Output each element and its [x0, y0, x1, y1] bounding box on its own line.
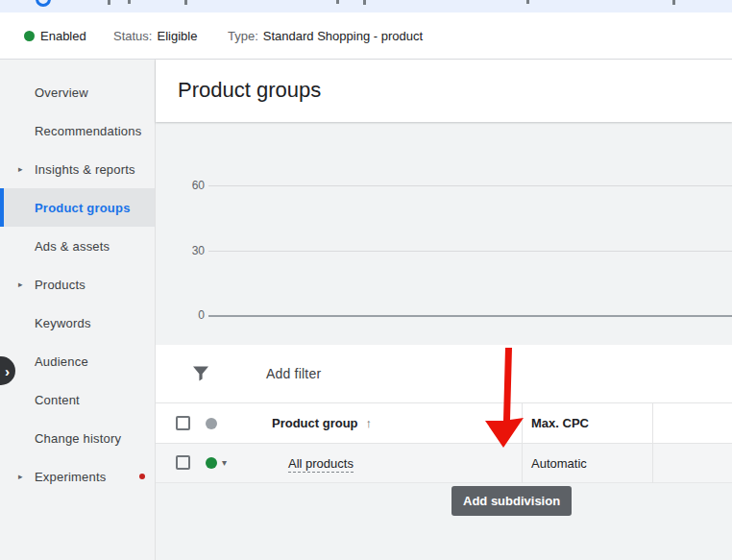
sidebar-item-audience[interactable]: Audience — [0, 342, 155, 380]
status-value: Eligible — [157, 29, 197, 43]
status-dropdown-caret-icon[interactable]: ▾ — [222, 457, 227, 468]
sidebar-item-recommendations[interactable]: Recommendations — [0, 111, 155, 150]
sidebar-item-overview[interactable]: Overview — [0, 73, 155, 111]
y-axis-tick: 60 — [168, 179, 205, 192]
product-group-name: All products — [288, 456, 354, 471]
cropped-text-fragment — [363, 0, 366, 5]
cropped-text-fragment — [108, 0, 110, 5]
cropped-text-fragment — [336, 0, 339, 4]
add-subdivision-tooltip: Add subdivision — [451, 486, 572, 516]
table-header-row: Product group↑ Max. CPC — [156, 403, 732, 444]
gridline-30 — [208, 251, 732, 252]
table-row-all-products: ▾ All products + Automatic — [156, 444, 732, 483]
sidebar-item-keywords[interactable]: Keywords — [0, 304, 155, 342]
column-header-label: Product group — [272, 416, 358, 430]
expand-caret-icon: ▸ — [18, 280, 23, 289]
gridline-60 — [208, 185, 732, 186]
main-content: Product groups 60 30 0 Add filter Produc… — [156, 60, 732, 560]
sidebar-item-label: Change history — [35, 431, 121, 446]
sidebar-item-label: Overview — [35, 85, 88, 100]
expand-caret-icon: ▸ — [18, 472, 23, 481]
column-divider — [522, 403, 523, 483]
cropped-text-fragment — [672, 0, 675, 5]
type-label: Type: — [228, 29, 258, 43]
filter-bar: Add filter — [156, 345, 732, 403]
max-cpc-value: Automatic — [531, 456, 587, 471]
sidebar-item-content[interactable]: Content — [0, 380, 155, 419]
sidebar-item-insights-reports[interactable]: ▸Insights & reports — [0, 150, 155, 188]
page-title: Product groups — [178, 78, 321, 103]
gridline-0-baseline — [208, 315, 732, 317]
cropped-campaign-bar — [0, 0, 732, 12]
sidebar-item-label: Content — [35, 393, 80, 407]
sidebar-item-products[interactable]: ▸Products — [0, 265, 155, 304]
status-dot-column-icon — [206, 418, 217, 429]
all-products-link[interactable]: All products — [288, 456, 354, 473]
google-ads-product-groups-page: Enabled Status:Eligible Type:Standard Sh… — [0, 0, 732, 560]
sidebar-item-label: Products — [35, 278, 85, 292]
sidebar-nav: Overview Recommendations ▸Insights & rep… — [0, 60, 156, 560]
cropped-campaign-icon — [36, 0, 51, 7]
status-field: Status:Eligible — [113, 29, 197, 43]
cropped-text-fragment — [526, 0, 529, 4]
enabled-status-dot-icon — [24, 31, 35, 41]
sidebar-item-label: Audience — [35, 354, 88, 369]
status-label: Status: — [113, 29, 152, 43]
cropped-text-fragment — [128, 0, 131, 4]
cropped-text-fragment — [184, 0, 187, 5]
table-footer-area — [156, 483, 732, 560]
campaign-status-bar: Enabled Status:Eligible Type:Standard Sh… — [0, 12, 732, 60]
type-field: Type:Standard Shopping - product — [228, 29, 423, 43]
performance-chart: 60 30 0 — [156, 122, 732, 345]
enabled-label[interactable]: Enabled — [40, 29, 86, 43]
column-header-max-cpc[interactable]: Max. CPC — [531, 416, 589, 430]
column-divider — [652, 403, 653, 483]
add-filter-button[interactable]: Add filter — [266, 366, 321, 381]
sort-ascending-icon[interactable]: ↑ — [366, 416, 373, 430]
notification-dot — [139, 474, 145, 479]
chevron-right-icon: › — [5, 363, 10, 379]
sidebar-item-label: Product groups — [35, 201, 131, 215]
sidebar-item-label: Keywords — [35, 316, 91, 330]
sidebar-item-label: Recommendations — [35, 124, 141, 138]
sidebar-item-ads-assets[interactable]: Ads & assets — [0, 227, 155, 265]
select-all-checkbox[interactable] — [176, 416, 190, 430]
y-axis-tick: 30 — [168, 244, 205, 257]
enabled-status-dot-icon[interactable] — [206, 457, 217, 469]
sidebar-item-experiments[interactable]: ▸Experiments — [0, 457, 155, 496]
sidebar-item-product-groups[interactable]: Product groups — [0, 188, 155, 227]
type-value: Standard Shopping - product — [263, 29, 423, 43]
column-header-product-group[interactable]: Product group↑ — [272, 416, 372, 430]
filter-funnel-icon[interactable] — [192, 365, 209, 382]
row-checkbox[interactable] — [176, 455, 190, 470]
sidebar-item-label: Ads & assets — [35, 239, 110, 254]
expand-caret-icon: ▸ — [18, 164, 23, 174]
sidebar-item-label: Insights & reports — [35, 162, 135, 177]
sidebar-item-label: Experiments — [35, 470, 106, 484]
sidebar-item-change-history[interactable]: Change history — [0, 419, 155, 457]
y-axis-tick: 0 — [168, 308, 205, 322]
page-header: Product groups — [156, 60, 732, 122]
